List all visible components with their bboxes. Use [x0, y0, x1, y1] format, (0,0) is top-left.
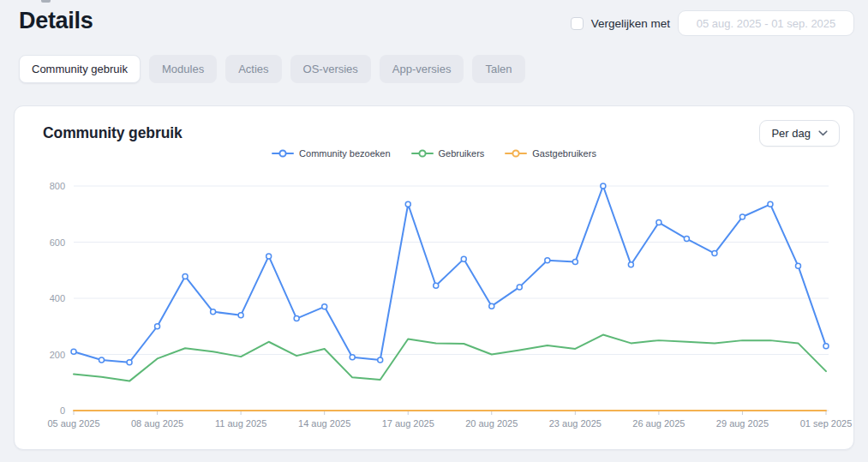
tab-modules[interactable]: Modules: [149, 55, 217, 83]
svg-text:200: 200: [50, 350, 65, 360]
svg-text:26 aug 2025: 26 aug 2025: [632, 418, 685, 429]
svg-text:600: 600: [50, 237, 65, 248]
line-marker-icon: [272, 149, 294, 158]
legend-label: Community bezoeken: [299, 148, 390, 159]
svg-text:29 aug 2025: 29 aug 2025: [716, 418, 769, 429]
legend-label: Gebruikers: [439, 148, 485, 159]
tab-community-gebruik[interactable]: Community gebruik: [19, 55, 141, 83]
page-header: Details Vergelijken met: [0, 0, 868, 36]
chart-card-header: Community gebruik Per dag: [28, 120, 840, 147]
line-marker-icon: [411, 149, 434, 158]
interval-select[interactable]: Per dag: [759, 120, 840, 147]
chart-card: Community gebruik Per dag Community bezo…: [14, 105, 854, 450]
interval-select-label: Per dag: [771, 127, 811, 140]
legend-item-gastgebruikers[interactable]: Gastgebruikers: [505, 148, 596, 159]
legend-item-gebruikers[interactable]: Gebruikers: [411, 148, 485, 159]
svg-text:0: 0: [60, 405, 65, 416]
legend-item-community-bezoeken[interactable]: Community bezoeken: [272, 148, 390, 159]
chevron-down-icon: [818, 130, 828, 136]
svg-text:800: 800: [50, 181, 65, 191]
chart-legend: Community bezoeken Gebruikers Gastgebrui…: [28, 147, 840, 159]
svg-text:08 aug 2025: 08 aug 2025: [131, 418, 183, 429]
legend-label: Gastgebruikers: [532, 148, 596, 159]
tab-bar: Community gebruik Modules Acties OS-vers…: [0, 55, 868, 83]
tab-talen[interactable]: Talen: [472, 55, 524, 83]
svg-text:17 aug 2025: 17 aug 2025: [382, 418, 434, 429]
svg-text:400: 400: [50, 293, 65, 303]
clipped-element-fragment: [41, 0, 51, 3]
svg-text:20 aug 2025: 20 aug 2025: [465, 418, 518, 429]
tab-acties[interactable]: Acties: [225, 55, 281, 83]
svg-text:05 aug 2025: 05 aug 2025: [47, 418, 99, 429]
compare-checkbox[interactable]: [571, 17, 584, 30]
page-title: Details: [19, 6, 93, 35]
line-chart[interactable]: 020040060080005 aug 202508 aug 202511 au…: [28, 173, 855, 432]
compare-label: Vergelijken met: [591, 17, 670, 30]
svg-text:01 sep 2025: 01 sep 2025: [800, 418, 853, 429]
svg-text:23 aug 2025: 23 aug 2025: [549, 418, 602, 429]
tab-app-versies[interactable]: App-versies: [380, 55, 464, 83]
svg-text:11 aug 2025: 11 aug 2025: [215, 418, 266, 429]
compare-controls: Vergelijken met: [571, 10, 854, 36]
chart-title: Community gebruik: [43, 124, 183, 142]
compare-date-range-input[interactable]: [678, 10, 854, 36]
tab-os-versies[interactable]: OS-versies: [290, 55, 371, 83]
line-marker-icon: [505, 149, 527, 158]
svg-text:14 aug 2025: 14 aug 2025: [298, 418, 350, 429]
chart-area: 020040060080005 aug 202508 aug 202511 au…: [28, 173, 840, 432]
